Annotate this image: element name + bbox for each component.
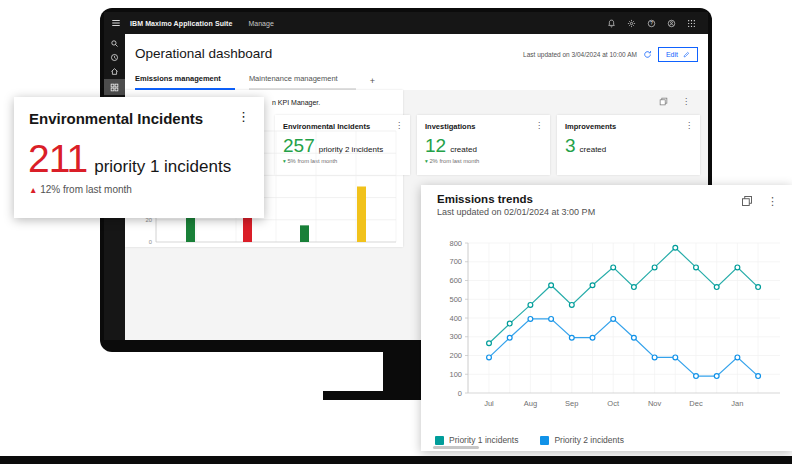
page-title: Operational dashboard xyxy=(135,46,272,61)
up-triangle-icon: ▲ xyxy=(29,185,37,195)
svg-text:Jan: Jan xyxy=(731,399,743,408)
dashboard-grid-icon xyxy=(110,83,119,92)
horizontal-scrollbar-thumb[interactable] xyxy=(433,446,479,449)
svg-text:0: 0 xyxy=(458,389,462,398)
svg-text:800: 800 xyxy=(449,239,462,248)
popout-expand-icon[interactable] xyxy=(659,97,668,106)
kpi-unit: created xyxy=(450,145,477,154)
last-updated-text: Last updated on 3/04/2024 at 10:00 AM xyxy=(523,51,637,58)
settings-gear-icon[interactable] xyxy=(627,19,636,28)
down-triangle-icon: ▾ xyxy=(425,158,428,164)
svg-text:Aug: Aug xyxy=(524,399,537,408)
legend-label: Priority 2 incidents xyxy=(554,435,623,445)
pencil-icon xyxy=(683,51,690,58)
edit-button[interactable]: Edit xyxy=(658,47,698,62)
kpi-value: 12 xyxy=(425,136,446,155)
popout-kpi-value: 211 xyxy=(28,141,87,176)
nav-item-manage[interactable]: Manage xyxy=(249,20,274,27)
popout-card-title: Environmental Incidents xyxy=(29,110,203,127)
app-brand-title: IBM Maximo Application Suite xyxy=(130,20,233,27)
svg-text:300: 300 xyxy=(449,332,462,341)
kebab-menu-icon[interactable]: ⋮ xyxy=(535,122,543,130)
home-icon[interactable] xyxy=(110,67,119,76)
legend-swatch-blue xyxy=(540,436,549,445)
kpi-delta-text: 2% from last month xyxy=(429,158,479,164)
kpi-card-title: Improvements xyxy=(565,122,616,131)
help-question-icon[interactable]: ? xyxy=(647,19,656,28)
card-actions: ⋮ xyxy=(659,97,690,106)
app-header-bar: IBM Maximo Application Suite Manage ? xyxy=(104,12,708,34)
legend-label: Priority 1 incidents xyxy=(449,435,518,445)
legend-item-priority-1[interactable]: Priority 1 incidents xyxy=(435,435,518,445)
refresh-icon[interactable] xyxy=(643,50,652,59)
kpi-unit: created xyxy=(580,145,607,154)
svg-text:Oct: Oct xyxy=(607,399,620,408)
scene: IBM Maximo Application Suite Manage ? xyxy=(0,0,792,464)
desk-edge-bar xyxy=(0,456,792,464)
hamburger-menu-icon[interactable] xyxy=(111,18,121,28)
svg-text:Dec: Dec xyxy=(689,399,703,408)
kebab-menu-icon[interactable]: ⋮ xyxy=(685,122,693,130)
svg-text:Sep: Sep xyxy=(565,399,578,408)
popout-kpi-unit: priority 1 incidents xyxy=(94,157,231,177)
app-header-actions: ? xyxy=(607,19,696,28)
svg-text:700: 700 xyxy=(449,257,462,266)
kpi-delta: ▾ 2% from last month xyxy=(417,155,550,164)
edit-button-label: Edit xyxy=(666,51,678,58)
popout-card-emissions-trends: Emissions trends Last updated on 02/01/2… xyxy=(421,185,792,451)
line-chart: 0100200300400500600700800JulAugSepOctNov… xyxy=(421,185,792,425)
legend-item-priority-2[interactable]: Priority 2 incidents xyxy=(540,435,623,445)
svg-text:400: 400 xyxy=(449,314,462,323)
chart-legend: Priority 1 incidents Priority 2 incident… xyxy=(435,435,624,445)
kebab-menu-icon[interactable]: ⋮ xyxy=(682,98,690,106)
dashboard-tabs: Emissions management Maintenance managem… xyxy=(135,74,375,90)
tab-overflow-button[interactable]: + xyxy=(370,76,375,90)
user-avatar-icon[interactable] xyxy=(667,19,676,28)
popout-card-environmental-incidents: Environmental Incidents ⋮ 211 priority 1… xyxy=(14,97,264,218)
svg-text:?: ? xyxy=(650,21,653,26)
svg-text:0: 0 xyxy=(149,239,152,245)
svg-text:Jul: Jul xyxy=(484,399,494,408)
popout-delta-text: 12% from last month xyxy=(40,184,132,195)
svg-text:100: 100 xyxy=(449,370,462,379)
recent-history-icon[interactable] xyxy=(110,53,119,62)
kebab-menu-icon[interactable]: ⋮ xyxy=(237,110,250,123)
kpi-card-investigations: Investigations ⋮ 12 created ▾ 2% from la… xyxy=(417,115,550,175)
legend-swatch-teal xyxy=(435,436,444,445)
kpi-value: 3 xyxy=(565,136,576,155)
app-switcher-grid-icon[interactable] xyxy=(687,19,696,28)
tab-emissions-management[interactable]: Emissions management xyxy=(135,74,235,90)
svg-text:600: 600 xyxy=(449,276,462,285)
tab-maintenance-management[interactable]: Maintenance management xyxy=(249,74,356,90)
page-meta: Last updated on 3/04/2024 at 10:00 AM Ed… xyxy=(523,47,698,62)
kpi-card-title: Investigations xyxy=(425,122,475,131)
notifications-bell-icon[interactable] xyxy=(607,19,616,28)
monitor-stand-base xyxy=(323,391,433,400)
svg-text:200: 200 xyxy=(449,351,462,360)
kpi-card-improvements: Improvements ⋮ 3 created xyxy=(557,115,700,175)
svg-text:500: 500 xyxy=(449,295,462,304)
sidebar-item-dashboards-active[interactable] xyxy=(104,79,125,95)
search-icon[interactable] xyxy=(110,39,119,48)
svg-text:Nov: Nov xyxy=(648,399,662,408)
